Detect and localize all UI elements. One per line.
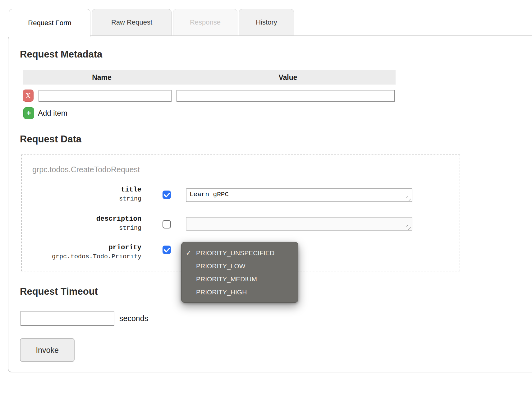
field-name: description — [25, 214, 141, 224]
metadata-table-header: Name Value — [23, 70, 396, 85]
tab-request-form[interactable]: Request Form — [9, 9, 90, 37]
menu-item-label: PRIORITY_MEDIUM — [196, 275, 257, 283]
field-type: grpc.todos.Todo.Priority — [25, 252, 141, 261]
seconds-label: seconds — [119, 314, 148, 323]
description-textarea — [186, 217, 412, 231]
invoke-button[interactable]: Invoke — [20, 338, 75, 362]
request-timeout-heading: Request Timeout — [20, 286, 98, 297]
remove-metadata-row-button[interactable]: X — [23, 90, 34, 102]
menu-item-priority-medium[interactable]: PRIORITY_MEDIUM — [181, 273, 298, 286]
plus-icon: + — [26, 109, 31, 118]
menu-item-priority-high[interactable]: PRIORITY_HIGH — [181, 286, 298, 299]
field-type: string — [25, 195, 141, 203]
tab-response: Response — [173, 9, 237, 35]
menu-item-priority-unspecified[interactable]: ✓ PRIORITY_UNSPECIFIED — [181, 247, 298, 260]
title-checkbox[interactable] — [163, 191, 171, 199]
priority-checkbox[interactable] — [163, 246, 171, 254]
menu-item-label: PRIORITY_HIGH — [196, 288, 247, 296]
add-metadata-row-button[interactable]: + — [23, 107, 34, 119]
title-textarea[interactable]: Learn gRPC — [186, 188, 412, 202]
menu-item-priority-low[interactable]: PRIORITY_LOW — [181, 260, 298, 273]
message-type-label: grpc.todos.CreateTodoRequest — [32, 165, 140, 174]
field-type: string — [25, 224, 141, 233]
metadata-name-column-header: Name — [23, 70, 180, 85]
add-item-label: Add item — [38, 109, 67, 118]
request-metadata-heading: Request Metadata — [20, 49, 102, 60]
checkmark-icon: ✓ — [186, 247, 191, 260]
field-label-description: description string — [25, 214, 141, 233]
metadata-value-input[interactable] — [177, 90, 395, 102]
field-label-priority: priority grpc.todos.Todo.Priority — [25, 243, 141, 261]
description-checkbox[interactable] — [163, 220, 171, 228]
field-label-title: title string — [25, 185, 141, 203]
field-name: title — [25, 185, 141, 195]
resize-grip-icon — [406, 225, 411, 230]
request-data-heading: Request Data — [20, 134, 81, 145]
priority-dropdown-menu: ✓ PRIORITY_UNSPECIFIED PRIORITY_LOW PRIO… — [181, 242, 298, 303]
menu-item-label: PRIORITY_LOW — [196, 262, 245, 270]
tab-history[interactable]: History — [239, 9, 294, 35]
metadata-value-column-header: Value — [180, 70, 396, 85]
metadata-name-input[interactable] — [39, 90, 172, 102]
field-name: priority — [25, 243, 141, 252]
menu-item-label: PRIORITY_UNSPECIFIED — [196, 249, 274, 256]
tab-raw-request[interactable]: Raw Request — [92, 9, 172, 35]
timeout-input[interactable] — [21, 311, 114, 326]
tab-bar: Request Form Raw Request Response Histor… — [9, 9, 294, 37]
resize-grip-icon[interactable] — [406, 196, 411, 201]
